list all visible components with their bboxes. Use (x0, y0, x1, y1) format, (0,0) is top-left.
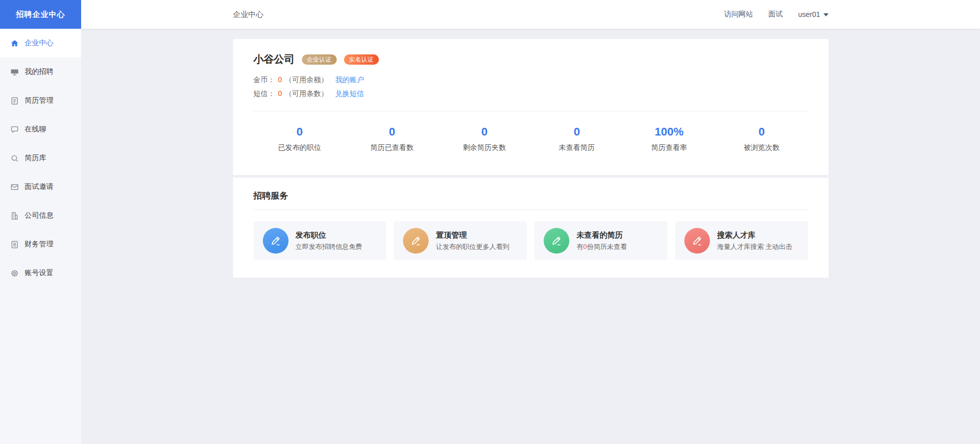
unviewed-resumes-card[interactable]: 未查看的简历 有0份简历未查看 (534, 221, 667, 260)
stat-label: 已发布的职位 (254, 143, 346, 152)
recruitment-services-card: 招聘服务 发布职位 立即发布招聘信息免费 (233, 178, 829, 278)
sidebar-item-label: 在线聊 (25, 125, 46, 134)
service-title: 置顶管理 (436, 230, 509, 240)
service-title: 未查看的简历 (577, 230, 627, 240)
sidebar-item-finance[interactable]: 财务管理 (0, 230, 81, 259)
service-desc: 有0份简历未查看 (577, 242, 627, 252)
stat-value: 0 (438, 125, 531, 139)
realname-verified-badge: 实名认证 (344, 54, 379, 65)
visit-website-link[interactable]: 访问网站 (724, 10, 753, 19)
coin-balance-row: 金币： 0 （可用余额） 我的账户 (254, 74, 808, 85)
pin-management-card[interactable]: 置顶管理 让发布的职位更多人看到 (394, 221, 527, 260)
sidebar-item-resume-management[interactable]: 简历管理 (0, 86, 81, 115)
stat-value: 0 (531, 125, 623, 139)
service-title: 发布职位 (296, 230, 362, 240)
gear-icon (10, 268, 19, 278)
sidebar-item-label: 简历库 (25, 153, 46, 163)
edit-pencil-icon (684, 228, 710, 254)
coin-suffix: （可用余额） (285, 75, 328, 84)
services-row: 发布职位 立即发布招聘信息免费 置顶管理 让发布的职位更多人看到 (254, 221, 808, 260)
stat-value: 0 (346, 125, 438, 139)
service-title: 搜索人才库 (717, 230, 793, 240)
chevron-down-icon (823, 13, 829, 16)
card-divider (254, 209, 808, 210)
sidebar-item-my-recruitment[interactable]: 我的招聘 (0, 57, 81, 86)
building-icon (10, 211, 19, 220)
username: user01 (798, 10, 820, 18)
services-title: 招聘服务 (254, 190, 808, 202)
sms-suffix: （可用条数） (285, 89, 328, 98)
service-text: 搜索人才库 海量人才库搜索 主动出击 (717, 230, 793, 252)
stat-label: 剩余简历夹数 (438, 143, 531, 152)
stat-unviewed-resumes: 0 未查看简历 (531, 125, 623, 152)
sms-value: 0 (278, 89, 282, 98)
sidebar-item-label: 公司信息 (25, 211, 53, 220)
sidebar: 招聘企业中心 企业中心 我的招聘 简历管理 在线聊 (0, 0, 81, 444)
sms-label: 短信： (254, 89, 275, 98)
stat-profile-views: 0 被浏览次数 (716, 125, 808, 152)
service-text: 未查看的简历 有0份简历未查看 (577, 230, 627, 252)
coin-label: 金币： (254, 75, 275, 84)
page-title: 企业中心 (233, 10, 264, 20)
topbar-nav: 访问网站 面试 user01 (724, 10, 829, 19)
sidebar-item-label: 账号设置 (25, 268, 53, 278)
stats-row: 0 已发布的职位 0 简历已查看数 0 剩余简历夹数 0 (254, 111, 808, 152)
stat-label: 未查看简历 (531, 143, 623, 152)
sidebar-item-enterprise-center[interactable]: 企业中心 (0, 29, 81, 57)
sidebar-item-online-chat[interactable]: 在线聊 (0, 115, 81, 144)
stat-label: 被浏览次数 (716, 143, 808, 152)
company-name: 小谷公司 (254, 52, 295, 66)
service-text: 发布职位 立即发布招聘信息免费 (296, 230, 362, 252)
monitor-icon (10, 67, 19, 76)
stat-value: 100% (623, 125, 716, 139)
stat-label: 简历查看率 (623, 143, 716, 152)
edit-pencil-icon (403, 228, 429, 254)
sidebar-item-interview-invite[interactable]: 面试邀请 (0, 172, 81, 201)
service-desc: 立即发布招聘信息免费 (296, 242, 362, 252)
stat-resumes-viewed: 0 简历已查看数 (346, 125, 438, 152)
stat-resume-folders-left: 0 剩余简历夹数 (438, 125, 531, 152)
user-menu[interactable]: user01 (798, 10, 829, 18)
stat-resume-view-rate: 100% 简历查看率 (623, 125, 716, 152)
exchange-sms-link[interactable]: 兑换短信 (335, 89, 364, 98)
interview-link[interactable]: 面试 (768, 10, 783, 19)
service-desc: 海量人才库搜索 主动出击 (717, 242, 793, 252)
brand-title: 招聘企业中心 (16, 10, 65, 20)
main-column: 企业中心 访问网站 面试 user01 小谷公司 企业认证 (81, 0, 980, 444)
edit-pencil-icon (263, 228, 289, 254)
sidebar-item-company-info[interactable]: 公司信息 (0, 201, 81, 230)
edit-pencil-icon (544, 228, 569, 254)
sidebar-item-account-settings[interactable]: 账号设置 (0, 259, 81, 287)
mail-icon (10, 182, 19, 191)
publish-job-card[interactable]: 发布职位 立即发布招聘信息免费 (254, 221, 387, 260)
enterprise-verified-badge: 企业认证 (302, 54, 337, 65)
search-icon (10, 153, 19, 163)
search-talent-pool-card[interactable]: 搜索人才库 海量人才库搜索 主动出击 (675, 221, 808, 260)
home-icon (10, 38, 19, 48)
sms-balance-row: 短信： 0 （可用条数） 兑换短信 (254, 88, 808, 99)
topbar: 企业中心 访问网站 面试 user01 (81, 0, 980, 29)
resume-icon (10, 96, 19, 105)
content-area: 小谷公司 企业认证 实名认证 金币： 0 （可用余额） 我的账户 短信： 0 （… (81, 29, 980, 444)
sidebar-item-label: 企业中心 (25, 38, 53, 48)
company-overview-card: 小谷公司 企业认证 实名认证 金币： 0 （可用余额） 我的账户 短信： 0 （… (233, 39, 829, 175)
sidebar-item-label: 面试邀请 (25, 182, 53, 191)
my-account-link[interactable]: 我的账户 (335, 75, 364, 84)
sidebar-item-label: 财务管理 (25, 240, 53, 249)
sidebar-item-label: 我的招聘 (25, 67, 53, 76)
stat-value: 0 (716, 125, 808, 139)
stat-value: 0 (254, 125, 346, 139)
finance-icon (10, 240, 19, 249)
sidebar-item-resume-library[interactable]: 简历库 (0, 144, 81, 172)
brand-banner: 招聘企业中心 (0, 0, 81, 29)
service-desc: 让发布的职位更多人看到 (436, 242, 509, 252)
sidebar-item-label: 简历管理 (25, 96, 53, 105)
coin-value: 0 (278, 75, 282, 84)
stat-published-jobs: 0 已发布的职位 (254, 125, 346, 152)
stat-label: 简历已查看数 (346, 143, 438, 152)
service-text: 置顶管理 让发布的职位更多人看到 (436, 230, 509, 252)
chat-icon (10, 125, 19, 134)
app-layout: 招聘企业中心 企业中心 我的招聘 简历管理 在线聊 (0, 0, 980, 444)
